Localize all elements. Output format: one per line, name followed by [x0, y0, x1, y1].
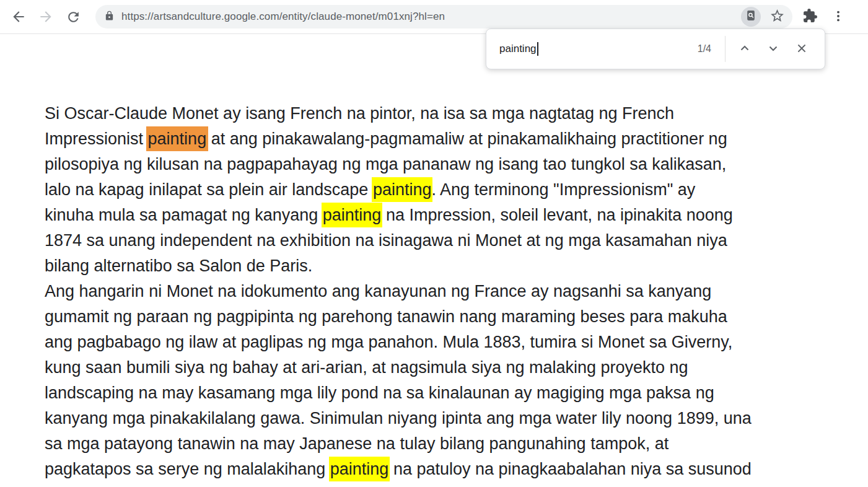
- text-line: landscaping na may kasamang mga lily pon…: [45, 380, 843, 406]
- reload-icon: [66, 9, 81, 25]
- menu-button[interactable]: [829, 7, 848, 27]
- text-line: gumamit ng paraan ng pagpipinta ng pareh…: [45, 304, 843, 330]
- find-bar: painting 1/4: [486, 29, 825, 69]
- text-segment: pagkatapos sa serye ng malalakihang: [45, 460, 330, 478]
- text-line: lalo na kapag inilapat sa plein air land…: [45, 177, 843, 203]
- text-segment: pilosopiya ng kilusan na pagpapahayag ng…: [45, 155, 726, 173]
- close-icon: [794, 41, 809, 58]
- find-close-button[interactable]: [787, 35, 816, 63]
- article-text: Si Oscar-Claude Monet ay isang French na…: [45, 101, 843, 482]
- text-segment: 1874 sa unang independent na exhibition …: [45, 231, 727, 250]
- text-segment: at ang pinakawalang-pagmamaliw at pinaka…: [206, 129, 727, 148]
- text-segment: kinuha mula sa pamagat ng kanyang: [45, 206, 323, 224]
- find-input[interactable]: painting: [499, 42, 698, 56]
- text-segment: Si Oscar-Claude Monet ay isang French na…: [45, 104, 674, 123]
- text-line: Impressionist painting at ang pinakawala…: [45, 126, 843, 152]
- text-segment: Impressionist: [45, 129, 148, 148]
- document-search-icon: [745, 9, 757, 24]
- star-icon: [769, 8, 785, 25]
- text-segment: lalo na kapag inilapat sa plein air land…: [45, 180, 373, 199]
- text-segment: ang pagbabago ng ilaw at paglipas ng mga…: [45, 333, 732, 351]
- text-line: Si Oscar-Claude Monet ay isang French na…: [45, 101, 843, 126]
- arrow-right-icon: [38, 9, 54, 25]
- text-line: pilosopiya ng kilusan na pagpapahayag ng…: [45, 152, 843, 177]
- text-segment: landscaping na may kasamang mga lily pon…: [45, 384, 714, 402]
- reload-button[interactable]: [59, 3, 87, 30]
- text-caret: [537, 42, 538, 56]
- arrow-left-icon: [11, 9, 27, 25]
- text-line: sa mga patayong tanawin na may Japanese …: [45, 431, 843, 457]
- text-segment: sa mga patayong tanawin na may Japanese …: [45, 434, 669, 453]
- omnibox-actions: [741, 6, 787, 28]
- text-segment: Ang hangarin ni Monet na idokumento ang …: [45, 282, 711, 301]
- chevron-up-icon: [737, 41, 752, 58]
- forward-button[interactable]: [32, 3, 59, 30]
- find-in-page-indicator[interactable]: [741, 7, 761, 27]
- text-line: bilang alternatibo sa Salon de Paris.: [45, 253, 843, 279]
- browser-window: https://artsandculture.google.com/entity…: [0, 0, 868, 487]
- text-segment: gumamit ng paraan ng pagpipinta ng pareh…: [45, 307, 727, 326]
- puzzle-piece-icon: [802, 8, 818, 25]
- find-match: painting: [372, 177, 433, 202]
- lock-icon: [104, 11, 115, 24]
- chevron-down-icon: [766, 41, 781, 58]
- bookmark-button[interactable]: [767, 6, 787, 28]
- text-segment: . Ang terminong "Impressionism" ay: [431, 180, 695, 199]
- text-line: kanyang mga pinakakilalang gawa. Sinimul…: [45, 406, 843, 431]
- text-line: Ang hangarin ni Monet na idokumento ang …: [45, 279, 843, 304]
- find-match: painting: [322, 203, 383, 227]
- find-match: painting: [329, 457, 390, 481]
- text-line: ang pagbabago ng ilaw at paglipas ng mga…: [45, 330, 843, 355]
- find-previous-button[interactable]: [730, 35, 759, 63]
- text-segment: bilang alternatibo sa Salon de Paris.: [45, 257, 312, 275]
- find-query-text: painting: [499, 43, 537, 55]
- paragraph: Si Oscar-Claude Monet ay isang French na…: [45, 101, 843, 279]
- extensions-button[interactable]: [800, 6, 820, 28]
- three-dots-icon: [831, 9, 845, 25]
- back-button[interactable]: [5, 3, 32, 30]
- find-match-counter: 1/4: [698, 43, 711, 55]
- text-line: pagkatapos sa serye ng malalakihang pain…: [45, 457, 843, 482]
- url-text: https://artsandculture.google.com/entity…: [121, 11, 741, 23]
- text-segment: na Impression, soleil levant, na ipinaki…: [381, 206, 732, 224]
- find-next-button[interactable]: [759, 35, 787, 63]
- text-line: 1874 sa unang independent na exhibition …: [45, 228, 843, 253]
- text-segment: kanyang mga pinakakilalang gawa. Sinimul…: [45, 409, 752, 428]
- text-line: kinuha mula sa pamagat ng kanyang painti…: [45, 203, 843, 228]
- find-bar-divider: [725, 36, 726, 62]
- paragraph: Ang hangarin ni Monet na idokumento ang …: [45, 279, 843, 482]
- address-bar[interactable]: https://artsandculture.google.com/entity…: [95, 5, 792, 29]
- toolbar-right: [800, 6, 848, 28]
- text-segment: kung saan bumili siya ng bahay at ari-ar…: [45, 358, 688, 377]
- text-segment: na patuloy na pinagkaabalahan niya sa su…: [388, 460, 751, 478]
- find-match-active: painting: [146, 126, 209, 151]
- text-line: kung saan bumili siya ng bahay at ari-ar…: [45, 355, 843, 380]
